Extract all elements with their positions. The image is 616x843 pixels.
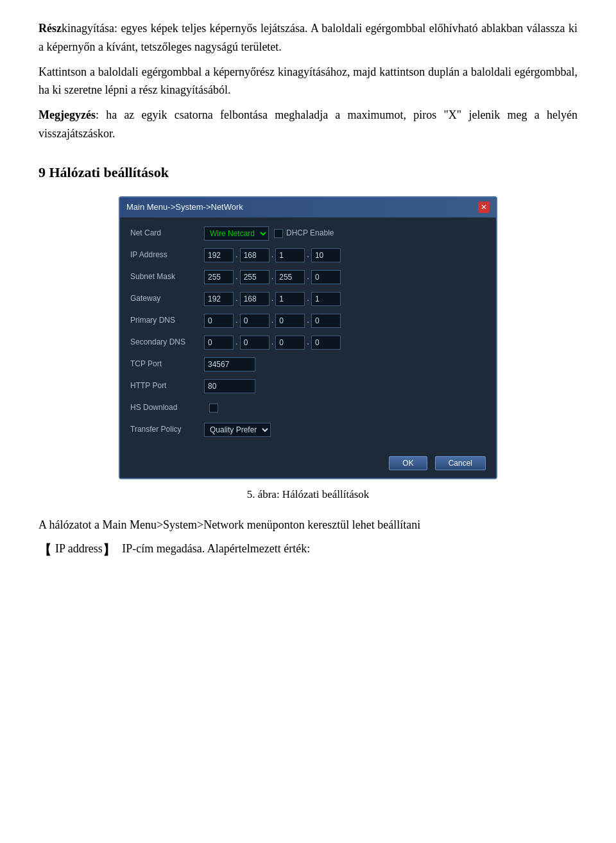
gw-octet-4[interactable] [311, 292, 341, 306]
row-ip-address: IP Address . . . [130, 247, 486, 264]
subnet-octet-3[interactable] [275, 270, 305, 284]
gw-octet-1[interactable] [204, 292, 234, 306]
pdns-octet-2[interactable] [240, 314, 270, 328]
label-net-card: Net Card [130, 227, 204, 239]
ok-button[interactable]: OK [389, 456, 427, 470]
label-primary-dns: Primary DNS [130, 314, 204, 327]
row-net-card: Net Card Wire Netcard DHCP Enable [130, 225, 486, 242]
bottom-text-1: A hálózatot a Main Menu>System>Network m… [38, 516, 578, 534]
dhcp-checkbox[interactable] [274, 229, 283, 238]
label-http-port: HTTP Port [130, 380, 204, 392]
dialog-title: Main Menu->System->NetWork [126, 201, 243, 214]
pdns-octet-3[interactable] [275, 314, 305, 328]
ip-octet-4[interactable] [311, 248, 341, 262]
section-heading: 9 Hálózati beállítások [38, 161, 578, 183]
row-tcp-port: TCP Port [130, 356, 486, 373]
bold-resz: Rész [38, 22, 62, 35]
gateway-group: . . . [204, 292, 341, 306]
netcard-select[interactable]: Wire Netcard [204, 226, 269, 241]
row-secondary-dns: Secondary DNS . . . [130, 334, 486, 351]
pdns-octet-1[interactable] [204, 314, 234, 328]
row-transfer-policy: Transfer Policy Quality Prefer [130, 422, 486, 438]
bullet-close: 】 [103, 540, 116, 560]
bullet-item-text: IP-cím megadása. Alapértelmezett érték: [122, 540, 310, 558]
sdns-octet-3[interactable] [275, 336, 305, 350]
ip-octet-2[interactable] [240, 248, 270, 262]
bold-megjegyzes: Megjegyzés [38, 108, 96, 121]
gw-octet-3[interactable] [275, 292, 305, 306]
hs-download-checkbox[interactable] [209, 404, 218, 413]
dialog-body: Net Card Wire Netcard DHCP Enable IP Add… [120, 217, 496, 451]
secondary-dns-group: . . . [204, 336, 341, 350]
dialog-close-button[interactable]: ✕ [478, 201, 490, 213]
subnet-octet-1[interactable] [204, 270, 234, 284]
paragraph-1: Részkinagyítása: egyes képek teljes képe… [38, 19, 578, 56]
figure-network-settings: Main Menu->System->NetWork ✕ Net Card Wi… [109, 196, 507, 503]
bullet-ip-address: 【 IP address 】 IP-cím megadása. Alapérte… [38, 540, 578, 560]
ip-octet-1[interactable] [204, 248, 234, 262]
figure-caption: 5. ábra: Hálózati beállítások [247, 486, 370, 503]
row-gateway: Gateway . . . [130, 291, 486, 307]
dvr-dialog: Main Menu->System->NetWork ✕ Net Card Wi… [119, 196, 497, 479]
transfer-policy-select[interactable]: Quality Prefer [204, 423, 271, 437]
ip-address-group: . . . [204, 248, 341, 262]
bullet-item-label: IP address [55, 540, 103, 558]
label-gateway: Gateway [130, 293, 204, 305]
subnet-octet-2[interactable] [240, 270, 270, 284]
label-hs-download: HS Download [130, 402, 204, 414]
row-primary-dns: Primary DNS . . . [130, 312, 486, 329]
label-transfer-policy: Transfer Policy [130, 423, 204, 436]
sdns-octet-4[interactable] [311, 336, 341, 350]
paragraph-3: Megjegyzés: ha az egyik csatorna felbont… [38, 106, 578, 143]
cancel-button[interactable]: Cancel [435, 456, 486, 470]
paragraph-2: Kattintson a baloldali egérgombbal a kép… [38, 63, 578, 100]
label-tcp-port: TCP Port [130, 358, 204, 370]
sdns-octet-1[interactable] [204, 336, 234, 350]
row-hs-download: HS Download [130, 400, 486, 416]
sdns-octet-2[interactable] [240, 336, 270, 350]
dialog-footer: OK Cancel [120, 451, 496, 478]
primary-dns-group: . . . [204, 314, 341, 328]
bullet-open: 【 [38, 540, 51, 560]
row-subnet-mask: Subnet Mask . . . [130, 269, 486, 285]
gw-octet-2[interactable] [240, 292, 270, 306]
row-http-port: HTTP Port [130, 378, 486, 395]
subnet-octet-4[interactable] [311, 270, 341, 284]
pdns-octet-4[interactable] [311, 314, 341, 328]
dhcp-label: DHCP Enable [286, 227, 334, 239]
label-ip-address: IP Address [130, 249, 204, 261]
http-port-input[interactable] [204, 379, 255, 393]
subnet-mask-group: . . . [204, 270, 341, 284]
ip-octet-3[interactable] [275, 248, 305, 262]
label-subnet-mask: Subnet Mask [130, 271, 204, 283]
dialog-titlebar: Main Menu->System->NetWork ✕ [120, 198, 496, 217]
tcp-port-input[interactable] [204, 357, 255, 371]
label-secondary-dns: Secondary DNS [130, 336, 204, 348]
